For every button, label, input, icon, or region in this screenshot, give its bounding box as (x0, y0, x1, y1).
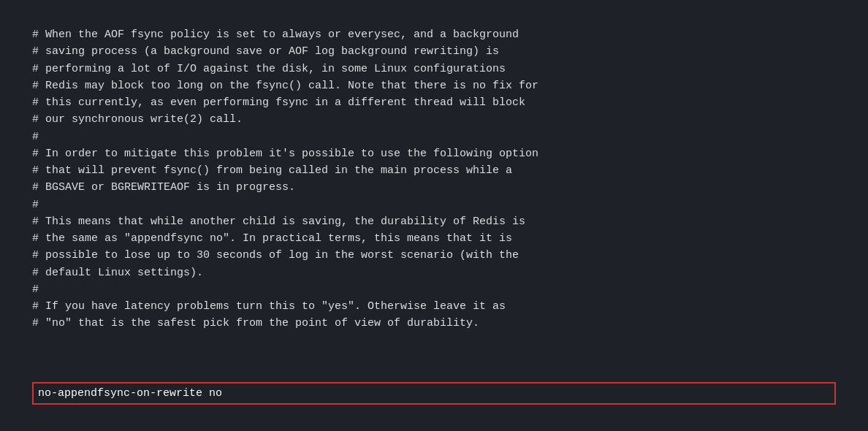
code-line: # that will prevent fsync() from being c… (32, 162, 836, 179)
code-line: # "no" that is the safest pick from the … (32, 315, 836, 332)
command-line: no-appendfsync-on-rewrite no (32, 382, 836, 405)
code-line: # the same as "appendfsync no". In pract… (32, 230, 836, 247)
code-line: # (32, 129, 836, 145)
code-line: # (32, 281, 836, 298)
code-line: # In order to mitigate this problem it's… (32, 145, 836, 162)
code-line: # This means that while another child is… (32, 213, 836, 230)
code-block: # When the AOF fsync policy is set to al… (32, 26, 836, 375)
code-line: # When the AOF fsync policy is set to al… (32, 26, 836, 43)
code-line: # saving process (a background save or A… (32, 43, 836, 60)
code-line: # If you have latency problems turn this… (32, 298, 836, 315)
code-line: # our synchronous write(2) call. (32, 111, 836, 128)
code-line: # performing a lot of I/O against the di… (32, 61, 836, 77)
code-line: # default Linux settings). (32, 264, 836, 281)
code-line: # (32, 197, 836, 213)
code-line: # possible to lose up to 30 seconds of l… (32, 247, 836, 264)
code-line: # this currently, as even performing fsy… (32, 94, 836, 111)
code-line: # Redis may block too long on the fsync(… (32, 77, 836, 94)
terminal-window: # When the AOF fsync policy is set to al… (15, 12, 853, 419)
code-line: # BGSAVE or BGREWRITEAOF is in progress. (32, 179, 836, 196)
